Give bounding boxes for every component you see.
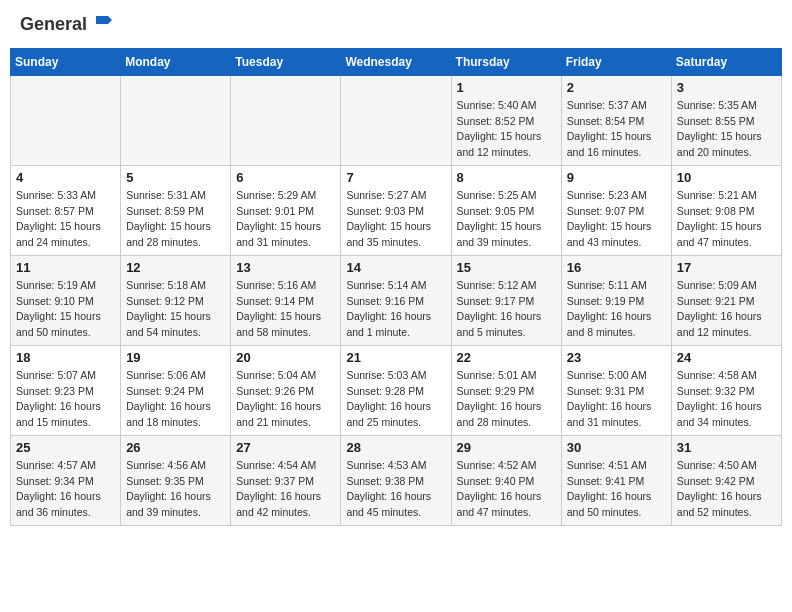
- calendar-cell: 6Sunrise: 5:29 AM Sunset: 9:01 PM Daylig…: [231, 165, 341, 255]
- day-info: Sunrise: 5:04 AM Sunset: 9:26 PM Dayligh…: [236, 368, 335, 431]
- day-number: 17: [677, 260, 776, 275]
- day-number: 4: [16, 170, 115, 185]
- calendar-cell: 8Sunrise: 5:25 AM Sunset: 9:05 PM Daylig…: [451, 165, 561, 255]
- day-info: Sunrise: 5:11 AM Sunset: 9:19 PM Dayligh…: [567, 278, 666, 341]
- calendar-cell: 2Sunrise: 5:37 AM Sunset: 8:54 PM Daylig…: [561, 75, 671, 165]
- day-info: Sunrise: 5:00 AM Sunset: 9:31 PM Dayligh…: [567, 368, 666, 431]
- calendar-cell: 29Sunrise: 4:52 AM Sunset: 9:40 PM Dayli…: [451, 435, 561, 525]
- calendar-cell: 9Sunrise: 5:23 AM Sunset: 9:07 PM Daylig…: [561, 165, 671, 255]
- day-number: 16: [567, 260, 666, 275]
- calendar-cell: 28Sunrise: 4:53 AM Sunset: 9:38 PM Dayli…: [341, 435, 451, 525]
- day-info: Sunrise: 5:37 AM Sunset: 8:54 PM Dayligh…: [567, 98, 666, 161]
- day-info: Sunrise: 5:23 AM Sunset: 9:07 PM Dayligh…: [567, 188, 666, 251]
- day-number: 28: [346, 440, 445, 455]
- day-info: Sunrise: 5:12 AM Sunset: 9:17 PM Dayligh…: [457, 278, 556, 341]
- day-info: Sunrise: 4:50 AM Sunset: 9:42 PM Dayligh…: [677, 458, 776, 521]
- day-number: 1: [457, 80, 556, 95]
- calendar-cell: 20Sunrise: 5:04 AM Sunset: 9:26 PM Dayli…: [231, 345, 341, 435]
- day-number: 8: [457, 170, 556, 185]
- day-info: Sunrise: 5:06 AM Sunset: 9:24 PM Dayligh…: [126, 368, 225, 431]
- col-header-thursday: Thursday: [451, 48, 561, 75]
- day-number: 2: [567, 80, 666, 95]
- day-number: 26: [126, 440, 225, 455]
- day-number: 30: [567, 440, 666, 455]
- day-number: 10: [677, 170, 776, 185]
- day-info: Sunrise: 4:54 AM Sunset: 9:37 PM Dayligh…: [236, 458, 335, 521]
- calendar-cell: 22Sunrise: 5:01 AM Sunset: 9:29 PM Dayli…: [451, 345, 561, 435]
- day-number: 25: [16, 440, 115, 455]
- calendar-cell: 17Sunrise: 5:09 AM Sunset: 9:21 PM Dayli…: [671, 255, 781, 345]
- logo: General: [20, 15, 114, 35]
- col-header-wednesday: Wednesday: [341, 48, 451, 75]
- day-number: 7: [346, 170, 445, 185]
- calendar-cell: 5Sunrise: 5:31 AM Sunset: 8:59 PM Daylig…: [121, 165, 231, 255]
- day-number: 27: [236, 440, 335, 455]
- day-number: 13: [236, 260, 335, 275]
- calendar-cell: 19Sunrise: 5:06 AM Sunset: 9:24 PM Dayli…: [121, 345, 231, 435]
- day-info: Sunrise: 5:35 AM Sunset: 8:55 PM Dayligh…: [677, 98, 776, 161]
- logo-flag-icon: [94, 14, 114, 34]
- day-info: Sunrise: 5:09 AM Sunset: 9:21 PM Dayligh…: [677, 278, 776, 341]
- calendar-cell: 30Sunrise: 4:51 AM Sunset: 9:41 PM Dayli…: [561, 435, 671, 525]
- day-info: Sunrise: 5:16 AM Sunset: 9:14 PM Dayligh…: [236, 278, 335, 341]
- calendar-cell: 31Sunrise: 4:50 AM Sunset: 9:42 PM Dayli…: [671, 435, 781, 525]
- day-info: Sunrise: 5:31 AM Sunset: 8:59 PM Dayligh…: [126, 188, 225, 251]
- calendar-cell: 25Sunrise: 4:57 AM Sunset: 9:34 PM Dayli…: [11, 435, 121, 525]
- week-row-5: 25Sunrise: 4:57 AM Sunset: 9:34 PM Dayli…: [11, 435, 782, 525]
- day-info: Sunrise: 5:21 AM Sunset: 9:08 PM Dayligh…: [677, 188, 776, 251]
- calendar-cell: 4Sunrise: 5:33 AM Sunset: 8:57 PM Daylig…: [11, 165, 121, 255]
- col-header-friday: Friday: [561, 48, 671, 75]
- calendar-table: SundayMondayTuesdayWednesdayThursdayFrid…: [10, 48, 782, 526]
- day-info: Sunrise: 5:18 AM Sunset: 9:12 PM Dayligh…: [126, 278, 225, 341]
- day-number: 3: [677, 80, 776, 95]
- day-info: Sunrise: 4:58 AM Sunset: 9:32 PM Dayligh…: [677, 368, 776, 431]
- day-info: Sunrise: 5:33 AM Sunset: 8:57 PM Dayligh…: [16, 188, 115, 251]
- day-info: Sunrise: 4:51 AM Sunset: 9:41 PM Dayligh…: [567, 458, 666, 521]
- day-info: Sunrise: 4:56 AM Sunset: 9:35 PM Dayligh…: [126, 458, 225, 521]
- calendar-cell: 18Sunrise: 5:07 AM Sunset: 9:23 PM Dayli…: [11, 345, 121, 435]
- calendar-cell: 10Sunrise: 5:21 AM Sunset: 9:08 PM Dayli…: [671, 165, 781, 255]
- col-header-sunday: Sunday: [11, 48, 121, 75]
- col-header-tuesday: Tuesday: [231, 48, 341, 75]
- day-number: 15: [457, 260, 556, 275]
- week-row-2: 4Sunrise: 5:33 AM Sunset: 8:57 PM Daylig…: [11, 165, 782, 255]
- day-info: Sunrise: 4:52 AM Sunset: 9:40 PM Dayligh…: [457, 458, 556, 521]
- day-info: Sunrise: 5:07 AM Sunset: 9:23 PM Dayligh…: [16, 368, 115, 431]
- day-number: 9: [567, 170, 666, 185]
- day-info: Sunrise: 5:29 AM Sunset: 9:01 PM Dayligh…: [236, 188, 335, 251]
- col-header-monday: Monday: [121, 48, 231, 75]
- calendar-cell: 15Sunrise: 5:12 AM Sunset: 9:17 PM Dayli…: [451, 255, 561, 345]
- week-row-3: 11Sunrise: 5:19 AM Sunset: 9:10 PM Dayli…: [11, 255, 782, 345]
- calendar-cell: 11Sunrise: 5:19 AM Sunset: 9:10 PM Dayli…: [11, 255, 121, 345]
- calendar-cell: 26Sunrise: 4:56 AM Sunset: 9:35 PM Dayli…: [121, 435, 231, 525]
- svg-marker-0: [96, 16, 108, 24]
- day-info: Sunrise: 5:25 AM Sunset: 9:05 PM Dayligh…: [457, 188, 556, 251]
- day-number: 5: [126, 170, 225, 185]
- calendar-cell: [121, 75, 231, 165]
- logo-text: General: [20, 15, 114, 35]
- col-header-saturday: Saturday: [671, 48, 781, 75]
- day-info: Sunrise: 5:01 AM Sunset: 9:29 PM Dayligh…: [457, 368, 556, 431]
- calendar-cell: 21Sunrise: 5:03 AM Sunset: 9:28 PM Dayli…: [341, 345, 451, 435]
- header-row: SundayMondayTuesdayWednesdayThursdayFrid…: [11, 48, 782, 75]
- day-info: Sunrise: 4:57 AM Sunset: 9:34 PM Dayligh…: [16, 458, 115, 521]
- calendar-cell: [11, 75, 121, 165]
- day-number: 22: [457, 350, 556, 365]
- week-row-1: 1Sunrise: 5:40 AM Sunset: 8:52 PM Daylig…: [11, 75, 782, 165]
- calendar-cell: 14Sunrise: 5:14 AM Sunset: 9:16 PM Dayli…: [341, 255, 451, 345]
- logo-general: General: [20, 15, 114, 35]
- day-info: Sunrise: 5:40 AM Sunset: 8:52 PM Dayligh…: [457, 98, 556, 161]
- week-row-4: 18Sunrise: 5:07 AM Sunset: 9:23 PM Dayli…: [11, 345, 782, 435]
- day-info: Sunrise: 5:19 AM Sunset: 9:10 PM Dayligh…: [16, 278, 115, 341]
- day-info: Sunrise: 5:14 AM Sunset: 9:16 PM Dayligh…: [346, 278, 445, 341]
- day-info: Sunrise: 5:27 AM Sunset: 9:03 PM Dayligh…: [346, 188, 445, 251]
- calendar-cell: 27Sunrise: 4:54 AM Sunset: 9:37 PM Dayli…: [231, 435, 341, 525]
- calendar-cell: [341, 75, 451, 165]
- day-number: 20: [236, 350, 335, 365]
- day-number: 24: [677, 350, 776, 365]
- day-number: 23: [567, 350, 666, 365]
- calendar-cell: 3Sunrise: 5:35 AM Sunset: 8:55 PM Daylig…: [671, 75, 781, 165]
- day-number: 19: [126, 350, 225, 365]
- day-number: 31: [677, 440, 776, 455]
- day-number: 21: [346, 350, 445, 365]
